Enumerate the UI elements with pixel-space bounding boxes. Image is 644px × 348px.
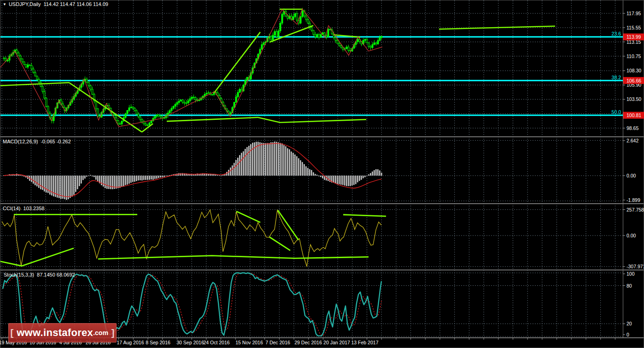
date-label: 8 Sep 2016 (146, 340, 170, 345)
date-label: 13 Feb 2017 (351, 340, 379, 345)
chart-title: ▼USDJPY,Daily114.42 114.47 114.06 114.09 (3, 1, 108, 7)
watermark-text: www.instaforex (17, 327, 93, 339)
cci-values: 103.2358 (23, 206, 45, 211)
fibo-label: 38.2 (612, 75, 621, 80)
fibo-label: 50.0 (612, 109, 621, 115)
watermark-bracket-right: ] (108, 328, 118, 338)
cci-trendline (269, 237, 290, 250)
svg-text:0.00: 0.00 (626, 173, 636, 178)
date-label: 7 Dec 2016 (265, 340, 290, 345)
date-label: 24 Oct 2016 (203, 340, 229, 345)
svg-text:0.00: 0.00 (626, 233, 636, 238)
date-label: 17 Aug 2016 (117, 340, 144, 345)
chart-canvas[interactable]: 117.95115.55113.15110.75108.30105.90103.… (0, 0, 644, 348)
ohlc-values: 114.42 114.47 114.06 114.09 (43, 1, 108, 7)
cci-trendline (343, 215, 386, 216)
price-axis: 117.95115.55113.15110.75108.30105.90103.… (612, 11, 644, 337)
svg-text:113.99: 113.99 (626, 34, 641, 40)
stoch-name: Stoch(15,3,3) (4, 272, 34, 277)
trendline (258, 118, 366, 123)
cci-trendline (0, 248, 74, 266)
symbol-label: USDJPY,Daily (9, 1, 41, 7)
svg-text:98.65: 98.65 (626, 125, 638, 131)
trendline (167, 118, 258, 121)
cci-panel (0, 210, 386, 266)
svg-text:100.81: 100.81 (626, 112, 641, 118)
stoch-values: 87.1450 68.0692 (37, 272, 75, 277)
symbol-dropdown-icon[interactable]: ▼ (3, 2, 6, 6)
date-label: 29 Dec 2016 (294, 340, 322, 345)
svg-text:117.95: 117.95 (626, 11, 641, 16)
svg-text:108.30: 108.30 (626, 68, 641, 73)
watermark-bracket-left: [ (7, 328, 17, 338)
svg-text:20: 20 (626, 321, 632, 326)
svg-text:-1.899: -1.899 (626, 197, 640, 203)
fibo-label: 23.6 (612, 31, 621, 36)
cci-indicator-label: CCI(14)103.2358 (3, 206, 44, 211)
stoch-indicator-label: Stoch(15,3,3)87.1450 68.0692 (4, 272, 75, 277)
trendline (214, 32, 260, 93)
date-label: 15 Nov 2016 (235, 340, 263, 345)
svg-text:100: 100 (626, 271, 635, 277)
svg-text:-307.971: -307.971 (626, 264, 644, 269)
svg-text:106.66: 106.66 (626, 78, 641, 83)
svg-text:0: 0 (626, 332, 629, 337)
date-label: 30 Sep 2016 (176, 340, 204, 345)
trading-chart-window: 117.95115.55113.15110.75108.30105.90103.… (0, 0, 644, 348)
macd-values: -0.065 -0.262 (41, 139, 70, 144)
cci-trendline (98, 256, 369, 259)
svg-text:80: 80 (626, 283, 632, 289)
cci-name: CCI(14) (3, 206, 21, 211)
watermark-tld: .com (93, 329, 108, 336)
zigzag-line (0, 9, 382, 126)
date-label: 20 Jan 2017 (323, 340, 350, 345)
svg-text:2.642: 2.642 (626, 138, 638, 143)
macd-indicator-label: MACD(12,26,9)-0.065 -0.262 (3, 139, 71, 144)
svg-text:103.50: 103.50 (626, 96, 641, 102)
macd-name: MACD(12,26,9) (3, 139, 38, 144)
instaforex-watermark: [www.instaforex.com] (8, 323, 117, 342)
svg-text:115.55: 115.55 (626, 25, 641, 30)
svg-text:257.7588: 257.7588 (626, 207, 644, 212)
cci-trendline (278, 210, 299, 240)
svg-text:110.75: 110.75 (626, 53, 641, 59)
